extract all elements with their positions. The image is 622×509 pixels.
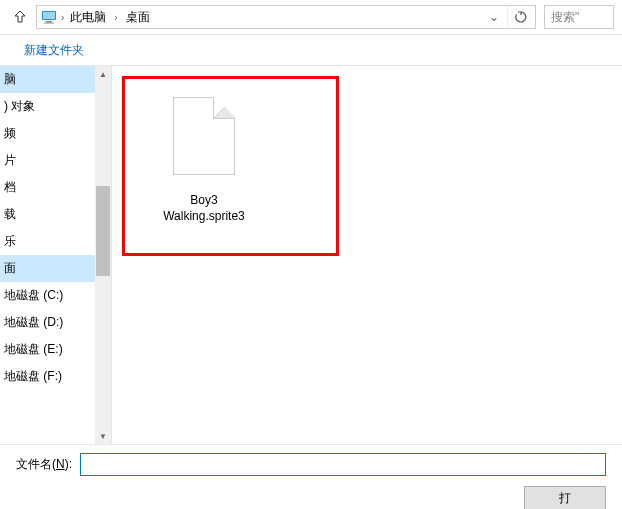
- file-label: Boy3 Walking.sprite3: [149, 193, 259, 224]
- scroll-thumb[interactable]: [96, 186, 110, 276]
- filename-input[interactable]: [80, 453, 606, 476]
- breadcrumb-pc[interactable]: 此电脑: [66, 7, 110, 28]
- chevron-icon: ›: [61, 12, 64, 23]
- scroll-down-icon[interactable]: ▼: [95, 428, 111, 444]
- sidebar-item-desktop[interactable]: 面: [0, 255, 96, 282]
- highlight-annotation: Boy3 Walking.sprite3: [122, 76, 339, 256]
- content-area: 脑 ) 对象 频 片 档 载 乐 面 地磁盘 (C:) 地磁盘 (D:) 地磁盘…: [0, 66, 622, 444]
- toolbar: 新建文件夹: [0, 34, 622, 66]
- pc-icon: [39, 7, 59, 27]
- refresh-button[interactable]: [507, 5, 533, 29]
- svg-rect-3: [44, 23, 54, 24]
- scroll-up-icon[interactable]: ▲: [95, 66, 111, 82]
- open-button[interactable]: 打: [524, 486, 606, 509]
- sidebar-item-drive-f[interactable]: 地磁盘 (F:): [0, 363, 96, 390]
- address-dropdown[interactable]: ⌄: [483, 10, 505, 24]
- sidebar-item-downloads[interactable]: 载: [0, 201, 96, 228]
- svg-rect-1: [43, 12, 55, 19]
- sidebar-item-drive-e[interactable]: 地磁盘 (E:): [0, 336, 96, 363]
- sidebar-item-pictures[interactable]: 片: [0, 147, 96, 174]
- chevron-icon: ›: [114, 12, 117, 23]
- up-button[interactable]: [6, 4, 34, 30]
- sidebar-item-drive-d[interactable]: 地磁盘 (D:): [0, 309, 96, 336]
- address-bar[interactable]: › 此电脑 › 桌面 ⌄: [36, 5, 536, 29]
- filename-label: 文件名(N):: [16, 456, 72, 473]
- svg-rect-2: [46, 21, 52, 23]
- sidebar-item-video[interactable]: 频: [0, 120, 96, 147]
- sidebar-item-music[interactable]: 乐: [0, 228, 96, 255]
- file-item[interactable]: Boy3 Walking.sprite3: [149, 97, 259, 224]
- dialog-footer: 文件名(N): 打: [0, 444, 622, 509]
- file-list-area[interactable]: Boy3 Walking.sprite3: [112, 66, 622, 444]
- sidebar-item-documents[interactable]: 档: [0, 174, 96, 201]
- breadcrumb: 此电脑 › 桌面: [66, 7, 481, 28]
- filename-row: 文件名(N):: [16, 453, 606, 476]
- sidebar-item-3d[interactable]: ) 对象: [0, 93, 96, 120]
- sidebar-item-pc[interactable]: 脑: [0, 66, 96, 93]
- sidebar-scrollbar[interactable]: ▲ ▼: [95, 66, 111, 444]
- new-folder-button[interactable]: 新建文件夹: [16, 38, 92, 63]
- sidebar: 脑 ) 对象 频 片 档 载 乐 面 地磁盘 (C:) 地磁盘 (D:) 地磁盘…: [0, 66, 112, 444]
- search-input[interactable]: 搜索": [544, 5, 614, 29]
- button-row: 打: [16, 486, 606, 509]
- search-placeholder: 搜索": [551, 9, 579, 26]
- file-icon: [164, 97, 244, 187]
- sidebar-item-drive-c[interactable]: 地磁盘 (C:): [0, 282, 96, 309]
- navigation-bar: › 此电脑 › 桌面 ⌄ 搜索": [0, 0, 622, 34]
- breadcrumb-desktop[interactable]: 桌面: [122, 7, 154, 28]
- sidebar-list: 脑 ) 对象 频 片 档 载 乐 面 地磁盘 (C:) 地磁盘 (D:) 地磁盘…: [0, 66, 96, 390]
